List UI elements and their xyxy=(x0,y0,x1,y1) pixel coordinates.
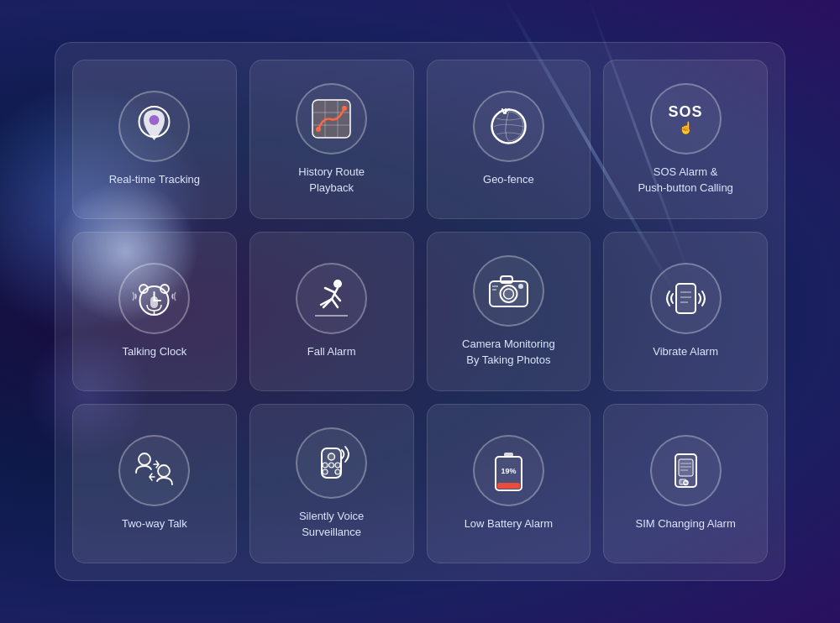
feature-grid: Real-time Tracking History RoutePlayback xyxy=(55,42,785,581)
location-pin-icon xyxy=(131,103,177,149)
svg-point-36 xyxy=(323,463,328,468)
svg-point-40 xyxy=(335,469,340,474)
low-battery-icon-circle: 19% xyxy=(473,435,544,506)
feature-card-geofence[interactable]: Geo-fence xyxy=(427,60,591,219)
svg-point-9 xyxy=(342,106,347,111)
feature-card-camera[interactable]: Camera MonitoringBy Taking Photos xyxy=(427,232,591,391)
feature-card-fall-alarm[interactable]: Fall Alarm xyxy=(249,232,414,391)
sos-text: SOS xyxy=(669,103,703,121)
fall-alarm-label: Fall Alarm xyxy=(307,344,356,359)
sim-changing-label: SIM Changing Alarm xyxy=(636,516,736,531)
sim-changing-icon-circle xyxy=(650,435,722,506)
svg-point-13 xyxy=(139,285,148,293)
camera-label: Camera MonitoringBy Taking Photos xyxy=(462,337,555,367)
talking-clock-icon xyxy=(131,275,177,322)
feature-card-sim-changing[interactable]: SIM Changing Alarm xyxy=(603,404,768,563)
feature-card-low-battery[interactable]: 19% Low Battery Alarm xyxy=(427,404,591,563)
two-way-talk-icon xyxy=(131,448,177,494)
silently-voice-icon-circle xyxy=(296,427,367,499)
geofence-icon-circle xyxy=(473,91,544,162)
svg-rect-22 xyxy=(501,276,512,283)
vibrate-alarm-icon xyxy=(663,275,709,322)
talking-clock-icon-circle xyxy=(118,263,190,334)
feature-card-vibrate[interactable]: Vibrate Alarm xyxy=(603,232,768,391)
svg-point-2 xyxy=(150,115,160,125)
sos-label: SOS Alarm &Push-button Calling xyxy=(638,165,732,195)
svg-point-24 xyxy=(503,289,513,299)
silently-voice-icon xyxy=(308,440,354,486)
fall-alarm-icon xyxy=(308,275,354,322)
geofence-icon xyxy=(486,103,532,149)
svg-point-38 xyxy=(335,463,340,468)
realtime-tracking-icon-circle xyxy=(118,91,190,162)
silently-voice-label: Silently VoiceSurveillance xyxy=(299,509,364,539)
sos-icon-circle: SOS ☝ xyxy=(650,83,722,154)
feature-card-silently-voice[interactable]: Silently VoiceSurveillance xyxy=(249,404,414,563)
svg-point-39 xyxy=(323,469,328,474)
svg-text:19%: 19% xyxy=(501,467,516,475)
svg-point-10 xyxy=(491,110,525,144)
history-route-icon-circle xyxy=(296,83,367,154)
twoway-talk-icon-circle xyxy=(118,435,190,506)
svg-point-35 xyxy=(328,453,335,460)
camera-monitoring-icon xyxy=(486,268,532,314)
feature-card-realtime-tracking[interactable]: Real-time Tracking xyxy=(72,60,237,219)
svg-point-8 xyxy=(316,127,321,132)
sos-hand-icon: ☝ xyxy=(679,121,693,134)
svg-rect-28 xyxy=(676,284,696,313)
svg-point-33 xyxy=(158,465,170,477)
camera-icon-circle xyxy=(473,255,544,327)
vibrate-label: Vibrate Alarm xyxy=(653,344,718,359)
svg-point-14 xyxy=(160,285,169,293)
realtime-tracking-label: Real-time Tracking xyxy=(109,172,200,187)
low-battery-icon: 19% xyxy=(486,448,532,494)
svg-point-32 xyxy=(139,453,150,465)
feature-card-sos[interactable]: SOS ☝ SOS Alarm &Push-button Calling xyxy=(603,60,768,219)
low-battery-label: Low Battery Alarm xyxy=(465,516,554,531)
svg-point-19 xyxy=(333,280,342,288)
svg-rect-43 xyxy=(497,483,520,489)
feature-card-twoway-talk[interactable]: Two-way Talk xyxy=(72,404,237,563)
svg-rect-51 xyxy=(680,479,686,484)
svg-point-25 xyxy=(518,284,523,289)
svg-point-37 xyxy=(329,463,334,468)
fall-alarm-icon-circle xyxy=(296,263,367,334)
feature-card-talking-clock[interactable]: Talking Clock xyxy=(72,232,237,391)
feature-card-history-route[interactable]: History RoutePlayback xyxy=(249,60,414,219)
svg-rect-46 xyxy=(679,459,693,476)
svg-rect-17 xyxy=(150,296,158,308)
sim-changing-icon xyxy=(663,448,709,494)
twoway-talk-label: Two-way Talk xyxy=(122,516,187,531)
vibrate-icon-circle xyxy=(650,263,722,334)
history-route-label: History RoutePlayback xyxy=(298,165,365,195)
talking-clock-label: Talking Clock xyxy=(123,344,187,359)
map-route-icon xyxy=(308,96,354,142)
geofence-label: Geo-fence xyxy=(483,172,534,187)
